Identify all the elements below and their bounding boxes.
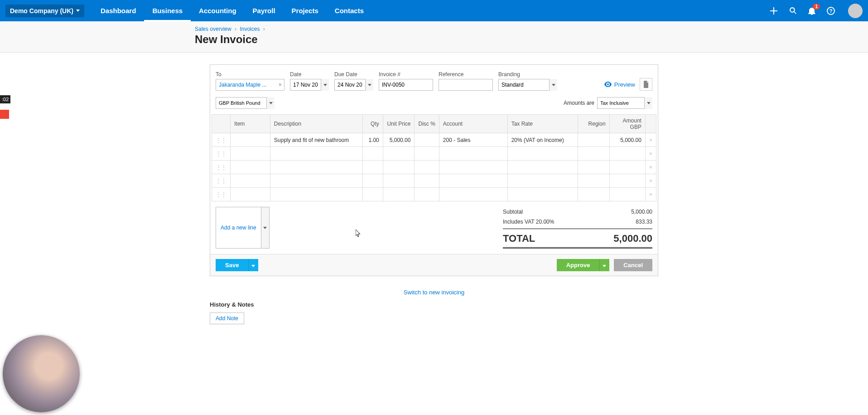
avatar[interactable]: [848, 4, 863, 18]
branding-dropdown-button[interactable]: [549, 79, 557, 91]
cell-account[interactable]: 200 - Sales: [439, 133, 507, 147]
cell-qty[interactable]: [362, 188, 383, 201]
cell-disc[interactable]: [415, 161, 439, 174]
nav-tab-payroll[interactable]: Payroll: [245, 0, 284, 21]
cell-account[interactable]: [439, 147, 507, 161]
cell-region[interactable]: [578, 174, 609, 188]
amounts-are-dropdown-button[interactable]: [644, 97, 652, 109]
cell-unit[interactable]: [383, 188, 415, 201]
cell-tax[interactable]: [507, 188, 578, 201]
cell-amount[interactable]: 5,000.00: [609, 133, 645, 147]
cell-account[interactable]: [439, 188, 507, 201]
cell-qty[interactable]: [362, 174, 383, 188]
date-input[interactable]: [290, 79, 321, 91]
cell-qty[interactable]: [362, 161, 383, 174]
reference-input[interactable]: [439, 79, 493, 91]
cell-tax[interactable]: 20% (VAT on Income): [507, 133, 578, 147]
nav-tab-business[interactable]: Business: [144, 0, 191, 21]
cell-unit[interactable]: [383, 161, 415, 174]
plus-icon[interactable]: [769, 6, 778, 15]
due-picker-button[interactable]: [365, 79, 373, 91]
cell-item[interactable]: [231, 147, 270, 161]
currency-dropdown-button[interactable]: [266, 97, 275, 109]
delete-row-icon[interactable]: ×: [645, 133, 656, 147]
delete-row-icon[interactable]: ×: [645, 161, 656, 174]
cell-amount[interactable]: [609, 174, 645, 188]
org-selector[interactable]: Demo Company (UK): [5, 5, 84, 17]
cell-item[interactable]: [231, 161, 270, 174]
drag-handle-icon[interactable]: ⋮⋮: [212, 174, 231, 188]
cell-region[interactable]: [578, 161, 609, 174]
add-line-dropdown[interactable]: [261, 207, 270, 249]
cell-tax[interactable]: [507, 174, 578, 188]
table-row[interactable]: ⋮⋮×: [212, 174, 656, 188]
cell-item[interactable]: [231, 174, 270, 188]
due-input[interactable]: [334, 79, 365, 91]
drag-handle-icon[interactable]: ⋮⋮: [212, 161, 231, 174]
cell-item[interactable]: [231, 188, 270, 201]
delete-row-icon[interactable]: ×: [645, 188, 656, 201]
drag-handle-icon[interactable]: ⋮⋮: [212, 147, 231, 161]
approve-button[interactable]: Approve: [557, 259, 600, 271]
cell-unit[interactable]: 5,000.00: [383, 133, 415, 147]
switch-invoicing-link[interactable]: Switch to new invoicing: [0, 289, 868, 296]
cell-desc[interactable]: [270, 174, 362, 188]
table-row[interactable]: ⋮⋮×: [212, 188, 656, 201]
search-icon[interactable]: [788, 6, 797, 15]
cell-amount[interactable]: [609, 161, 645, 174]
delete-row-icon[interactable]: ×: [645, 174, 656, 188]
nav-tab-dashboard[interactable]: Dashboard: [92, 0, 144, 21]
table-row[interactable]: ⋮⋮×: [212, 161, 656, 174]
breadcrumb-sales[interactable]: Sales overview: [195, 26, 231, 32]
save-dropdown[interactable]: [248, 259, 258, 271]
to-input[interactable]: [216, 79, 285, 91]
table-row[interactable]: ⋮⋮×: [212, 147, 656, 161]
cell-desc[interactable]: [270, 147, 362, 161]
date-picker-button[interactable]: [321, 79, 329, 91]
breadcrumb-invoices[interactable]: Invoices: [240, 26, 260, 32]
nav-tab-accounting[interactable]: Accounting: [191, 0, 245, 21]
nav-tab-projects[interactable]: Projects: [284, 0, 327, 21]
drag-handle-icon[interactable]: ⋮⋮: [212, 133, 231, 147]
cell-item[interactable]: [231, 133, 270, 147]
cell-desc[interactable]: [270, 161, 362, 174]
preview-link[interactable]: Preview: [604, 81, 635, 88]
cell-tax[interactable]: [507, 147, 578, 161]
cell-unit[interactable]: [383, 147, 415, 161]
cell-amount[interactable]: [609, 147, 645, 161]
cell-account[interactable]: [439, 174, 507, 188]
cell-unit[interactable]: [383, 174, 415, 188]
cell-region[interactable]: [578, 188, 609, 201]
total-value: 5,000.00: [613, 233, 652, 244]
cell-disc[interactable]: [415, 174, 439, 188]
cell-disc[interactable]: [415, 188, 439, 201]
table-row[interactable]: ⋮⋮Supply and fit of new bathroom1.005,00…: [212, 133, 656, 147]
cell-desc[interactable]: Supply and fit of new bathroom: [270, 133, 362, 147]
delete-row-icon[interactable]: ×: [645, 147, 656, 161]
cell-tax[interactable]: [507, 161, 578, 174]
drag-handle-icon[interactable]: ⋮⋮: [212, 188, 231, 201]
bell-icon[interactable]: 1: [807, 6, 816, 15]
cell-qty[interactable]: [362, 147, 383, 161]
currency-select[interactable]: [216, 97, 266, 109]
cell-region[interactable]: [578, 133, 609, 147]
help-icon[interactable]: ?: [826, 6, 835, 15]
approve-dropdown[interactable]: [599, 259, 609, 271]
files-button[interactable]: [640, 78, 652, 91]
cell-amount[interactable]: [609, 188, 645, 201]
cell-desc[interactable]: [270, 188, 362, 201]
cell-disc[interactable]: [415, 133, 439, 147]
save-button[interactable]: Save: [216, 259, 248, 271]
cell-account[interactable]: [439, 161, 507, 174]
cell-region[interactable]: [578, 147, 609, 161]
amounts-are-select[interactable]: [597, 97, 644, 109]
add-note-button[interactable]: Add Note: [210, 312, 244, 324]
cell-disc[interactable]: [415, 147, 439, 161]
cancel-button[interactable]: Cancel: [614, 259, 652, 271]
clear-to-icon[interactable]: ×: [278, 81, 282, 88]
branding-select[interactable]: [498, 79, 549, 91]
invoice-number-input[interactable]: [379, 79, 433, 91]
nav-tab-contacts[interactable]: Contacts: [327, 0, 372, 21]
cell-qty[interactable]: 1.00: [362, 133, 383, 147]
add-line-button[interactable]: Add a new line: [216, 207, 261, 249]
